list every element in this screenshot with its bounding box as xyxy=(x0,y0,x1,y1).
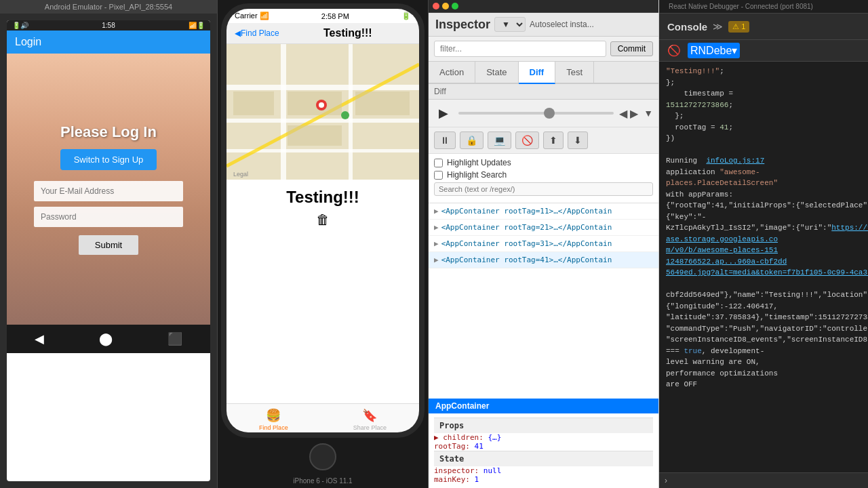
pause-btn[interactable]: ⏸ xyxy=(434,131,456,149)
console-line: cbf2dd5649ed"},"name":"Testing!!!","loca… xyxy=(666,289,868,301)
down-btn[interactable]: ⬇ xyxy=(568,131,588,149)
up-btn[interactable]: ⬆ xyxy=(543,131,564,149)
nav-arrows: ◀ ▶ xyxy=(619,107,638,120)
no-btn[interactable]: 🚫 xyxy=(515,131,539,149)
next-arrow-button[interactable]: ▶ xyxy=(630,107,638,120)
inspector-search-input[interactable] xyxy=(434,182,653,196)
svg-rect-2 xyxy=(226,119,419,123)
tree-item-label: <AppContainer rootTag=11>…</AppContain xyxy=(441,207,612,216)
highlight-search-checkbox[interactable] xyxy=(434,171,443,180)
autoselect-label: Autoselect insta... xyxy=(530,20,594,29)
ios-tab-find-place[interactable]: 🍔 Find Place xyxy=(259,408,288,431)
console-expand-icon[interactable]: ≫ xyxy=(713,21,723,32)
inspector-dropdown[interactable]: ▼ xyxy=(494,17,526,32)
android-panel: Android Emulator - Pixel_API_28:5554 🔋🔊 … xyxy=(0,0,218,488)
console-line xyxy=(666,144,868,156)
filter-input[interactable] xyxy=(434,41,606,57)
down-arrow-button[interactable]: ▼ xyxy=(644,108,653,119)
console-line: are OFF xyxy=(666,379,868,390)
highlight-search-row: Highlight Search xyxy=(434,170,653,180)
console-line: KzTlcpAGkyTlJ_IsSI2","image":{"uri":"htt… xyxy=(666,222,868,234)
share-place-label: Share Place xyxy=(353,424,387,431)
ios-device-label: iPhone 6 - iOS 11.1 xyxy=(293,477,352,485)
android-status-bar: 🔋🔊 1:58 📶🔋 xyxy=(7,20,210,30)
play-button[interactable]: ▶ xyxy=(434,104,453,123)
console-prompt: › xyxy=(665,476,667,485)
window-close-btn[interactable] xyxy=(433,3,439,9)
svg-rect-7 xyxy=(288,92,342,115)
share-place-icon: 🔖 xyxy=(362,408,377,423)
tree-item[interactable]: ▶ <AppContainer rootTag=31>…</AppContain xyxy=(429,236,658,252)
rn-button[interactable]: RNDebe▾ xyxy=(688,43,740,58)
console-line: {"longitude":-122.406417, xyxy=(666,301,868,312)
console-line: 5649ed.jpg?alt=media&token=f7b1f105-0c99… xyxy=(666,267,868,279)
window-max-btn[interactable] xyxy=(452,3,458,9)
ios-home-button[interactable] xyxy=(309,443,336,470)
tree-arrow: ▶ xyxy=(434,239,439,248)
ios-phone-frame: Carrier 📶 2:58 PM 🔋 ◀ Find Place Testing… xyxy=(221,3,425,438)
diff-label: Diff xyxy=(429,84,658,100)
control-bar: ⏸ 🔒 💻 🚫 ⬆ ⬇ xyxy=(429,127,658,154)
console-line: "Testing!!!"; xyxy=(666,66,868,77)
svg-rect-8 xyxy=(233,92,274,115)
password-input[interactable] xyxy=(34,207,183,227)
playback-bar: ▶ ◀ ▶ ▼ xyxy=(429,100,658,127)
options-bar: Highlight Updates Highlight Search xyxy=(429,154,658,203)
highlight-updates-checkbox[interactable] xyxy=(434,159,443,167)
tab-state[interactable]: State xyxy=(475,62,518,83)
switch-to-signup-button[interactable]: Switch to Sign Up xyxy=(60,149,157,170)
android-content: Please Log In Switch to Sign Up Submit xyxy=(7,54,210,325)
android-status-right: 📶🔋 xyxy=(189,22,205,29)
seek-bar[interactable] xyxy=(458,112,614,115)
ios-back-button[interactable]: ◀ Find Place xyxy=(235,28,279,38)
seek-thumb[interactable] xyxy=(544,108,555,119)
tree-item-label: <AppContainer rootTag=41>…</AppContain xyxy=(441,256,612,264)
inspector-title: Inspector xyxy=(435,18,490,32)
screen-btn[interactable]: 💻 xyxy=(488,131,511,149)
props-section: Props ▶ children: {…} rootTag: 41 State … xyxy=(429,413,658,488)
android-phone: 🔋🔊 1:58 📶🔋 Login Please Log In Switch to… xyxy=(0,14,217,488)
tree-item[interactable]: ▶ <AppContainer rootTag=21>…</AppContain xyxy=(429,220,658,236)
email-input[interactable] xyxy=(34,181,183,201)
prev-arrow-button[interactable]: ◀ xyxy=(619,107,627,120)
svg-point-12 xyxy=(319,102,324,108)
android-status-time: 1:58 xyxy=(102,22,115,29)
tab-diff[interactable]: Diff xyxy=(519,62,556,84)
lock-btn[interactable]: 🔒 xyxy=(460,131,484,149)
clear-console-btn[interactable]: 🚫 xyxy=(665,43,684,58)
console-line: m/v0/b/awesome-places-151 xyxy=(666,245,868,256)
tab-test[interactable]: Test xyxy=(555,62,594,83)
console-line: {"rootTag":41,"initialProps":{"selectedP… xyxy=(666,200,868,211)
tab-action[interactable]: Action xyxy=(429,62,475,83)
console-line: application "awesome- xyxy=(666,167,868,178)
component-tree: ▶ <AppContainer rootTag=11>…</AppContain… xyxy=(429,203,658,399)
ios-tab-share-place[interactable]: 🔖 Share Place xyxy=(353,408,387,431)
svg-rect-1 xyxy=(226,85,419,90)
state-main-key: mainKey: 1 xyxy=(434,475,653,484)
android-back-btn[interactable]: ◀ xyxy=(35,331,44,346)
android-home-btn[interactable]: ⬤ xyxy=(99,331,113,346)
tree-arrow: ▶ xyxy=(434,223,439,232)
submit-button[interactable]: Submit xyxy=(79,235,138,255)
props-header: Props xyxy=(434,418,653,433)
svg-text:Legal: Legal xyxy=(233,171,248,178)
console-line: with appParams: xyxy=(666,189,868,201)
inspector-search-row xyxy=(434,182,653,196)
ios-place-title: Testing!!! xyxy=(226,180,419,209)
console-toolbar: 🚫 RNDebe▾ xyxy=(659,40,868,62)
android-recent-btn[interactable]: ⬛ xyxy=(167,331,182,346)
warning-count: 1 xyxy=(741,22,745,30)
android-title-bar: Android Emulator - Pixel_API_28:5554 xyxy=(0,0,217,14)
tree-item[interactable]: ▶ <AppContainer rootTag=11>…</AppContain xyxy=(429,203,658,220)
console-content: "Testing!!!"; }; timestamp = 15112727273… xyxy=(659,62,868,472)
console-line: }; xyxy=(666,110,868,122)
window-min-btn[interactable] xyxy=(442,3,449,9)
commit-button[interactable]: Commit xyxy=(610,41,653,56)
tree-item-active[interactable]: ▶ <AppContainer rootTag=41>…</AppContain xyxy=(429,252,658,268)
ios-status-bar: Carrier 📶 2:58 PM 🔋 xyxy=(226,9,419,23)
console-line: ase.storage.googleapis.co xyxy=(666,234,868,245)
svg-rect-5 xyxy=(349,44,353,180)
find-place-label: Find Place xyxy=(259,424,288,431)
right-section: Inspector ▼ Autoselect insta... Commit A… xyxy=(429,0,868,488)
android-app-bar: Login xyxy=(7,30,210,54)
